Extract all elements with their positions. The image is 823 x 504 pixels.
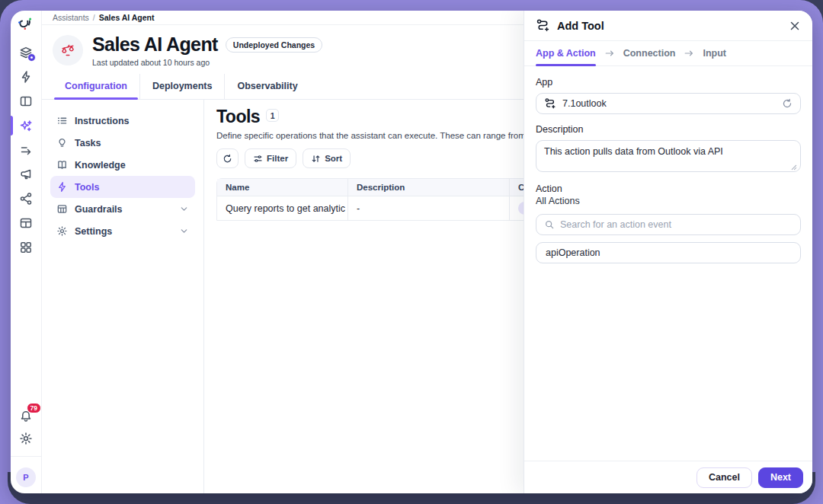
user-avatar[interactable]: P [16,467,36,487]
subnav-label: Settings [75,226,112,237]
refresh-icon[interactable] [782,98,793,109]
status-badge: Undeployed Changes [226,37,322,53]
share-nodes-icon[interactable] [19,192,33,206]
icon-rail: 79 P [11,11,42,493]
subnav-label: Knowledge [75,160,126,171]
chevron-down-icon [179,204,189,214]
subnav-item-instructions[interactable]: Instructions [50,110,195,132]
filter-icon [253,154,263,164]
action-search-input[interactable] [560,219,793,230]
column-header-name[interactable]: Name [217,179,348,196]
breadcrumb-current: Sales AI Agent [99,13,155,22]
subnav-label: Tasks [75,138,101,148]
subnav-label: Guardrails [75,204,123,215]
tools-title: Tools [216,108,260,126]
arrow-flow-icon[interactable] [19,143,33,157]
desktop-background: 79 P Assistants / Sales AI Agent [0,0,823,504]
sparkles-icon[interactable] [19,119,33,132]
cancel-button[interactable]: Cancel [697,467,752,488]
description-field-label: Description [536,124,801,135]
panel-steps: App & Action Connection Input [524,41,812,66]
apps-grid-icon[interactable] [19,241,33,254]
refresh-button[interactable] [216,148,239,168]
resize-handle-icon[interactable] [790,162,797,169]
config-subnav: Instructions Tasks [42,100,204,493]
lightbulb-icon [56,137,68,148]
gear-icon [56,225,68,237]
action-field-label: Action [536,183,801,194]
subnav-label: Tools [75,182,99,193]
step-app-action[interactable]: App & Action [536,41,596,65]
route-plus-icon [536,18,550,33]
layers-icon[interactable] [19,46,33,59]
megaphone-icon[interactable] [19,167,33,181]
app-select[interactable]: 7.1outlook [536,93,801,114]
filter-button[interactable]: Filter [245,148,296,168]
sort-icon [311,154,321,164]
app-field-label: App [536,77,801,88]
grid-icon [56,203,68,215]
route-plus-icon [544,97,556,110]
panel-title: Add Tool [557,20,604,32]
action-option-apioperation[interactable]: apiOperation [536,242,801,263]
sort-button[interactable]: Sort [303,148,351,168]
add-tool-panel: Add Tool App & Action Connection Input [524,11,812,493]
subnav-item-tasks[interactable]: Tasks [50,132,195,154]
breadcrumb-separator: / [93,13,95,22]
tab-configuration[interactable]: Configuration [53,74,139,99]
scales-icon [59,42,76,59]
step-input[interactable]: Input [703,41,726,65]
column-header-description[interactable]: Description [348,179,510,196]
subnav-item-tools[interactable]: Tools [50,176,195,198]
table-row[interactable]: Query reports to get analytic i... - I [217,196,539,220]
description-value: This action pulls data from Outlook via … [544,146,723,157]
cell-name: Query reports to get analytic i... [217,196,348,220]
list-icon [56,115,68,126]
action-search[interactable] [536,214,801,235]
description-textarea[interactable]: This action pulls data from Outlook via … [536,140,801,172]
subnav-item-settings[interactable]: Settings [50,220,195,242]
layout-icon[interactable] [19,94,33,108]
arrow-right-icon [604,48,615,59]
app-logo[interactable] [17,15,35,33]
breadcrumb-assistants[interactable]: Assistants [53,13,89,22]
gear-icon[interactable] [19,432,33,445]
tools-table: Name Description C Query reports to get … [216,178,540,221]
layers-badge [27,53,36,62]
agent-avatar [53,35,83,65]
chevron-down-icon [179,226,189,236]
arrow-right-icon [684,48,694,59]
refresh-icon [223,154,232,164]
subnav-label: Instructions [75,116,130,126]
tab-deployments[interactable]: Deployments [139,74,225,99]
action-sublabel: All Actions [536,196,801,206]
step-connection[interactable]: Connection [623,41,676,65]
zap-icon [56,181,68,193]
zap-icon[interactable] [19,70,33,84]
tab-observability[interactable]: Observability [224,74,309,99]
close-icon[interactable] [789,20,801,32]
subnav-item-guardrails[interactable]: Guardrails [50,198,195,220]
rail-active-indicator [11,116,13,136]
search-icon [544,219,555,230]
rail-divider [11,456,41,457]
cell-description: - [348,196,510,220]
filter-label: Filter [267,154,288,163]
page-title: Sales AI Agent [92,33,218,56]
next-button[interactable]: Next [758,467,803,488]
app-value: 7.1outlook [562,98,607,109]
book-open-icon [56,159,68,171]
notification-badge: 79 [27,403,41,413]
tools-count-badge: 1 [266,109,279,122]
subnav-item-knowledge[interactable]: Knowledge [50,154,195,176]
table-header-row: Name Description C [217,179,539,196]
sort-label: Sort [325,154,342,163]
bell-icon[interactable]: 79 [19,409,33,423]
table-icon[interactable] [19,216,33,230]
last-updated: Last updated about 10 hours ago [92,58,322,67]
app-window: 79 P Assistants / Sales AI Agent [11,11,812,493]
